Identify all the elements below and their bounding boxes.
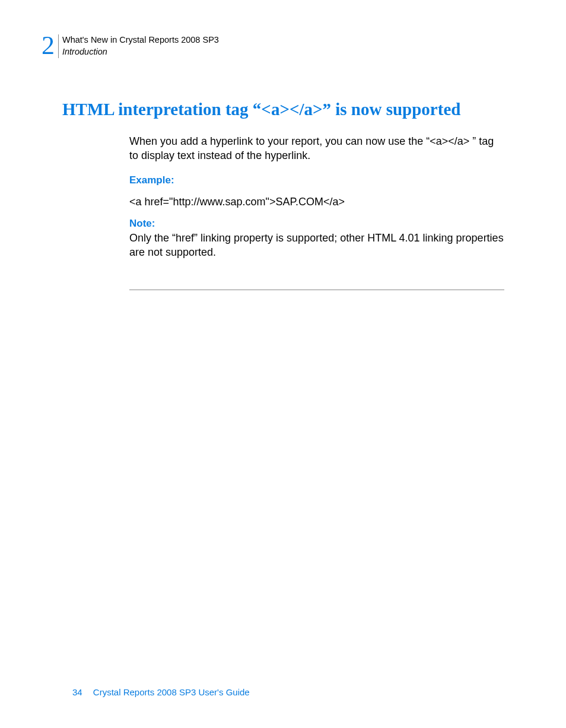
note-label: Note: — [129, 217, 504, 231]
page-footer: 34 Crystal Reports 2008 SP3 User's Guide — [72, 687, 250, 697]
section-name: Introduction — [62, 46, 219, 58]
page-header: 2 What's New in Crystal Reports 2008 SP3… — [42, 33, 219, 59]
doc-title: Crystal Reports 2008 SP3 User's Guide — [93, 687, 250, 697]
note-text: Only the “href” linking property is supp… — [129, 231, 504, 260]
header-text: What's New in Crystal Reports 2008 SP3 I… — [62, 33, 219, 58]
example-code: <a href="http://www.sap.com">SAP.COM</a> — [129, 195, 504, 209]
content-body: When you add a hyperlink to your report,… — [129, 134, 504, 259]
section-heading: HTML interpretation tag “<a></a>” is now… — [62, 100, 460, 119]
chapter-number: 2 — [42, 33, 55, 59]
breadcrumb: What's New in Crystal Reports 2008 SP3 — [62, 34, 219, 46]
section-divider — [129, 290, 504, 290]
header-divider — [58, 34, 59, 58]
example-label: Example: — [129, 174, 504, 187]
page-number: 34 — [72, 687, 82, 697]
intro-paragraph: When you add a hyperlink to your report,… — [129, 134, 504, 163]
